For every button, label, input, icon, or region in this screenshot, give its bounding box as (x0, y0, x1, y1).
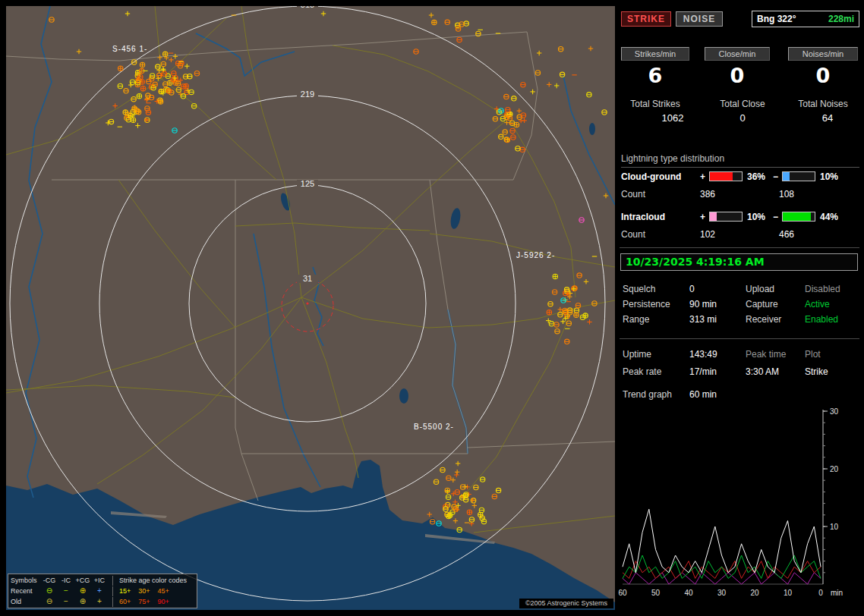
uptime-value: 143:49 (689, 349, 717, 360)
receiver-label: Receiver (746, 314, 781, 325)
legend-col-pos-ic: +IC (91, 576, 108, 586)
state-borders (6, 32, 615, 501)
strike-symbol (558, 313, 563, 317)
bearing-display: Bng 322° 228mi (752, 11, 859, 27)
x-tick-label: 30 (717, 589, 727, 597)
strike-symbol (459, 22, 464, 27)
status-panel: STRIKE NOISE Bng 322° 228mi Strikes/min … (616, 0, 864, 616)
strike-symbol (162, 52, 167, 56)
strike-symbol (118, 66, 123, 71)
strike-symbol (194, 71, 199, 76)
strike-symbol (504, 94, 509, 99)
trend-graph: 1020306050403020100min (616, 407, 864, 608)
total-noises-label: Total Noises (785, 99, 861, 109)
peak-rate-value: 17/min (689, 366, 717, 377)
legend-symbols-header: Symbols (11, 576, 41, 586)
section-divider (620, 338, 859, 339)
legend-recent-label: Recent (11, 586, 41, 596)
strike-symbol (443, 507, 448, 511)
ic-minus-count: 466 (779, 229, 794, 240)
strike-symbol (321, 11, 326, 16)
strike-symbol (511, 135, 516, 140)
legend-strike-symbol: ⊕ (74, 586, 91, 596)
squelch-label: Squelch (623, 284, 655, 294)
trend-series-cloud_ground (623, 555, 821, 578)
map-canvas[interactable]: 31321912531S-456 1-J-5926 2-B-5500 2- Sy… (6, 6, 615, 610)
legend-age-title: Strike age color codes (112, 576, 187, 586)
strike-symbol (124, 89, 128, 93)
copyright-text: ©2005 Astrogenic Systems (519, 599, 613, 608)
storm-cell-label: J-5926 2- (516, 251, 555, 259)
strike-symbol (549, 322, 553, 326)
strike-symbol (535, 71, 540, 75)
total-strikes-value: 1062 (635, 112, 711, 124)
x-tick-label: 10 (784, 589, 793, 597)
strike-symbol (178, 78, 183, 83)
intracloud-label: Intracloud (621, 212, 665, 222)
section-divider (620, 247, 859, 248)
capture-value: Active (805, 299, 830, 310)
ic-count-label: Count (621, 229, 645, 240)
strike-symbol (554, 322, 559, 327)
peak-time-value: 3:30 AM (746, 366, 779, 377)
strike-symbol (414, 49, 418, 54)
legend-col-neg-cg: -CG (41, 576, 58, 586)
ic-plus-pct: 10% (747, 212, 765, 222)
strike-symbol (493, 117, 497, 121)
y-tick-label: 20 (830, 465, 839, 473)
plus-sign: + (700, 212, 705, 222)
ic-plus-count: 102 (700, 229, 715, 240)
legend-header-row: Symbols -CG -IC +CG +IC Strike age color… (11, 575, 194, 586)
strike-symbol (472, 503, 477, 508)
noise-toggle-button[interactable]: NOISE (676, 11, 723, 27)
strike-symbol (521, 82, 525, 86)
strike-symbol (454, 473, 459, 477)
strike-symbol (432, 20, 437, 24)
legend-col-neg-ic: -IC (58, 576, 74, 586)
datetime-display: 10/23/2025 4:19:16 AM (620, 253, 858, 271)
strike-symbol (503, 130, 507, 134)
total-strikes-label: Total Strikes (617, 99, 693, 109)
strike-symbol (434, 479, 438, 484)
age-code-label: 90+ (158, 597, 169, 607)
strike-symbol (456, 27, 460, 31)
strike-symbol (560, 72, 564, 77)
age-code-label: 15+ (119, 586, 131, 596)
legend-strike-symbol: ⊖ (41, 596, 58, 606)
ic-plus-bar (709, 212, 743, 222)
strike-toggle-button[interactable]: STRIKE (621, 11, 671, 27)
strike-symbol (506, 108, 510, 112)
legend-old-symbols: ⊖−⊕+ (41, 596, 108, 607)
lake (449, 207, 462, 230)
strike-symbol (161, 67, 166, 71)
strike-symbol (123, 110, 128, 115)
strike-symbol (548, 302, 553, 306)
ic-minus-pct: 44% (820, 212, 838, 222)
cg-plus-count: 386 (700, 189, 715, 200)
station-marker (306, 302, 308, 304)
plus-sign: + (700, 171, 705, 182)
strike-symbol (553, 274, 557, 278)
strike-symbol (184, 64, 189, 68)
strikes-per-min-value: 6 (621, 64, 689, 87)
strikes-per-min-button[interactable]: Strikes/min (621, 47, 689, 61)
uptime-label: Uptime (623, 349, 651, 360)
strike-symbol (565, 339, 569, 344)
peak-rate-label: Peak rate (623, 366, 661, 377)
close-per-min-button[interactable]: Close/min (705, 47, 770, 61)
map-legend: Symbols -CG -IC +CG +IC Strike age color… (8, 574, 197, 608)
strike-symbol (452, 504, 456, 509)
strike-symbol (587, 319, 591, 324)
noises-per-min-button[interactable]: Noises/min (788, 47, 858, 61)
trend-graph-value: 60 min (689, 389, 717, 400)
strike-symbol (176, 87, 181, 92)
strike-symbol (561, 298, 566, 303)
strike-symbol (566, 321, 571, 325)
legend-strike-symbol: − (58, 596, 74, 606)
total-close-value: 0 (705, 112, 780, 124)
legend-strike-symbol: + (91, 586, 108, 596)
cg-plus-bar (709, 171, 743, 181)
minus-sign: − (773, 171, 778, 182)
cg-minus-count: 108 (779, 189, 794, 200)
range-value: 313 mi (689, 314, 717, 325)
